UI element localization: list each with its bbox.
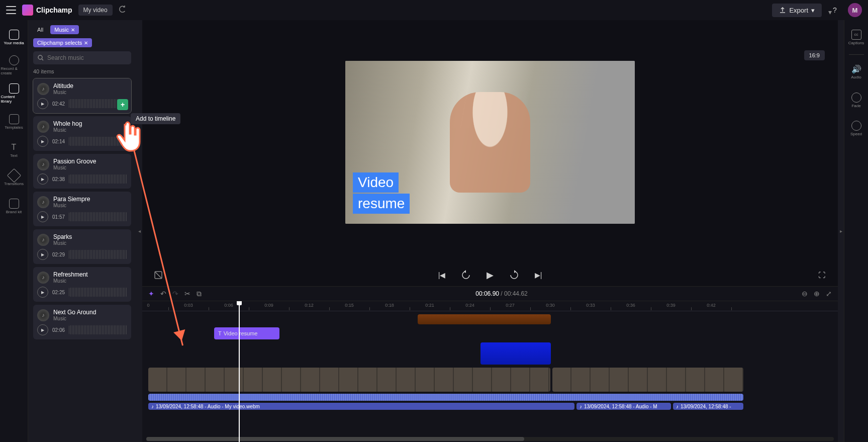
music-duration: 02:42 [52,101,65,107]
transitions-icon [7,168,21,182]
rail-record-create[interactable]: Record & create [1,52,27,78]
zoom-fit-button[interactable]: ⤢ [826,290,832,298]
video-preview[interactable]: Video resume [345,61,635,224]
play-preview-button[interactable]: ▶ [37,98,48,109]
rail-captions[interactable]: ccCaptions [843,24,869,50]
music-item[interactable]: ♪ Refreshment Music ▶ 02:25 [33,267,131,302]
collapse-right-panel[interactable]: ▸ [838,20,844,442]
waveform-icon [69,250,127,259]
ruler-tick: 0:33 [586,303,595,308]
music-item[interactable]: ♪ Altitude Music ▶ 02:42 + [33,78,131,113]
clip-video-2[interactable] [552,368,743,392]
music-item[interactable]: ♪ Sparks Music ▶ 02:29 [33,229,131,264]
rail-text[interactable]: TText [1,137,27,163]
add-to-timeline-button[interactable]: + [117,99,128,110]
timeline-scrollbar[interactable] [146,437,834,441]
chip-clipchamp-selects[interactable]: Clipchamp selects✕ [33,38,92,47]
play-preview-button[interactable]: ▶ [37,173,48,185]
left-rail: Your media Record & create Content libra… [0,20,28,442]
track-waveform[interactable] [146,394,838,401]
waveform-icon [69,288,127,297]
music-item[interactable]: ♪ Passion Groove Music ▶ 02:38 [33,154,131,189]
music-item[interactable]: ♪ Para Siempre Music ▶ 01:57 [33,192,131,226]
magic-button[interactable]: ✦ [148,290,154,298]
rail-templates[interactable]: Templates [1,109,27,135]
music-note-icon: ♪ [37,234,49,246]
track-video[interactable] [146,368,838,392]
close-icon[interactable]: ✕ [71,27,75,33]
forward-button[interactable] [508,269,520,281]
clip-orange[interactable] [418,314,551,324]
split-button[interactable]: ✂ [184,290,190,298]
music-list: ♪ Altitude Music ▶ 02:42 + ♪ Whole hog M… [33,78,131,339]
undo-button[interactable]: ↶ [160,290,166,298]
clip-audio-1[interactable]: ♪13/09/2024, 12:58:48 - Audio - My video… [148,403,574,410]
copy-button[interactable]: ⧉ [197,290,202,298]
search-input[interactable] [47,54,127,61]
ruler-tick: 0:30 [546,303,555,308]
rail-audio[interactable]: 🔊Audio [843,59,869,85]
play-preview-button[interactable]: ▶ [37,249,48,260]
music-note-icon: ♪ [37,196,49,208]
rewind-button[interactable] [460,269,472,281]
zoom-in-button[interactable]: ⊕ [814,290,820,298]
play-preview-button[interactable]: ▶ [37,287,48,298]
music-duration: 01:57 [52,214,65,220]
rail-brand-kit[interactable]: Brand kit [1,193,27,219]
timecode-current: 00:06.90 [475,290,499,297]
track-overlay-1[interactable] [146,313,838,325]
clip-waveform[interactable] [148,394,743,401]
play-preview-button[interactable]: ▶ [37,211,48,222]
search-box[interactable] [33,51,131,64]
color-off-icon[interactable] [152,269,164,281]
rail-your-media[interactable]: Your media [1,24,27,50]
chip-all[interactable]: All [33,25,47,34]
ruler-tick: 0:36 [626,303,635,308]
rail-transitions[interactable]: Transitions [1,165,27,191]
track-text[interactable]: TVideo resume [146,327,838,339]
scrollbar-thumb[interactable] [146,437,524,441]
music-subtitle: Music [53,90,73,95]
redo-button[interactable]: ↷ [172,290,178,298]
play-preview-button[interactable]: ▶ [37,324,48,335]
fade-icon [851,93,861,103]
skip-back-button[interactable]: |◀ [436,269,448,281]
play-preview-button[interactable]: ▶ [37,136,48,147]
zoom-out-button[interactable]: ⊖ [802,290,808,298]
play-button[interactable]: ▶ [484,269,496,281]
music-item[interactable]: ♪ Next Go Around Music ▶ 02:06 [33,305,131,339]
chip-music[interactable]: Music✕ [50,25,79,34]
timeline-menu-button[interactable]: ▾ [828,8,832,16]
clip-blue[interactable] [480,342,551,365]
rail-content-library[interactable]: Content library [1,80,27,107]
close-icon[interactable]: ✕ [84,40,88,46]
app-header: Clipchamp My video Export ▾ ? M [0,0,868,20]
skip-forward-button[interactable]: ▶| [532,269,544,281]
ruler-tick: 0:24 [465,303,474,308]
clip-audio-3[interactable]: ♪13/09/2024, 12:58:48 - [673,403,743,410]
hamburger-menu-icon[interactable] [6,6,16,14]
clip-text-overlay[interactable]: TVideo resume [214,327,279,339]
playhead[interactable] [239,301,240,442]
collapse-side-panel[interactable]: ◂ [136,20,142,442]
music-subtitle: Music [53,165,96,170]
user-avatar[interactable]: M [848,3,862,17]
track-overlay-2[interactable] [146,341,838,366]
music-note-icon: ♪ [37,121,49,133]
export-button[interactable]: Export ▾ [772,4,822,17]
app-logo[interactable]: Clipchamp [22,5,72,16]
rail-speed[interactable]: Speed [843,115,869,141]
content-side-panel: All Music✕ Clipchamp selects✕ 40 items ♪… [28,20,136,442]
rail-fade[interactable]: Fade [843,87,869,113]
ruler-tick: 0:18 [385,303,394,308]
fullscreen-button[interactable]: ⛶ [816,269,828,281]
clip-audio-2[interactable]: ♪13/09/2024, 12:58:48 - Audio - M [576,403,671,410]
speaker-icon: 🔊 [851,64,861,74]
project-name[interactable]: My video [78,5,113,16]
app-name-label: Clipchamp [36,6,72,14]
timeline-ruler[interactable]: 00:030:060:090:120:150:180:210:240:270:3… [142,301,838,311]
timeline[interactable]: 00:030:060:090:120:150:180:210:240:270:3… [142,301,838,442]
track-audio[interactable]: ♪13/09/2024, 12:58:48 - Audio - My video… [146,403,838,410]
playback-controls: |◀ ▶ ▶| ⛶ [142,264,838,286]
clip-video-main[interactable] [148,368,550,392]
